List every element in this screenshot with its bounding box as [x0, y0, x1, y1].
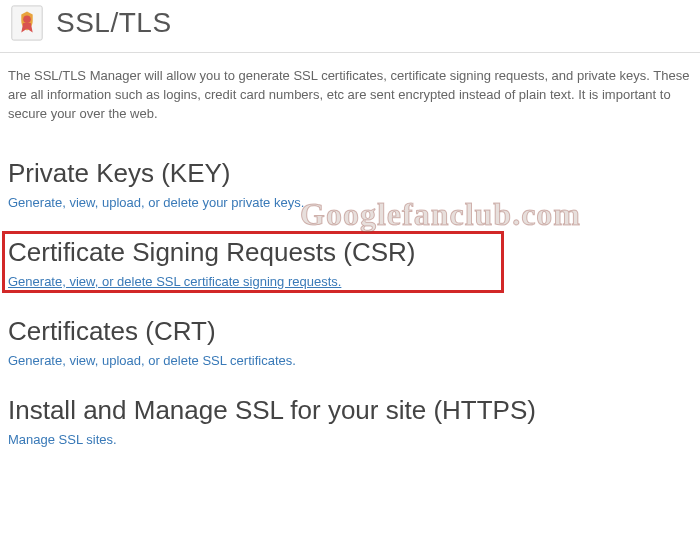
heading-certificates: Certificates (CRT)	[8, 316, 692, 347]
heading-private-keys: Private Keys (KEY)	[8, 158, 692, 189]
page-header: SSL/TLS	[0, 0, 700, 53]
ssl-certificate-icon	[8, 4, 46, 42]
section-install-ssl: Install and Manage SSL for your site (HT…	[0, 395, 700, 448]
heading-install-ssl: Install and Manage SSL for your site (HT…	[8, 395, 692, 426]
section-csr: Certificate Signing Requests (CSR) Gener…	[0, 237, 700, 290]
section-certificates: Certificates (CRT) Generate, view, uploa…	[0, 316, 700, 369]
page-title: SSL/TLS	[56, 7, 172, 39]
link-manage-ssl[interactable]: Manage SSL sites.	[8, 432, 117, 447]
link-csr[interactable]: Generate, view, or delete SSL certificat…	[8, 274, 341, 289]
intro-text: The SSL/TLS Manager will allow you to ge…	[0, 67, 700, 124]
svg-point-1	[23, 15, 31, 23]
link-certificates[interactable]: Generate, view, upload, or delete SSL ce…	[8, 353, 296, 368]
heading-csr: Certificate Signing Requests (CSR)	[8, 237, 692, 268]
section-private-keys: Private Keys (KEY) Generate, view, uploa…	[0, 158, 700, 211]
link-private-keys[interactable]: Generate, view, upload, or delete your p…	[8, 195, 304, 210]
